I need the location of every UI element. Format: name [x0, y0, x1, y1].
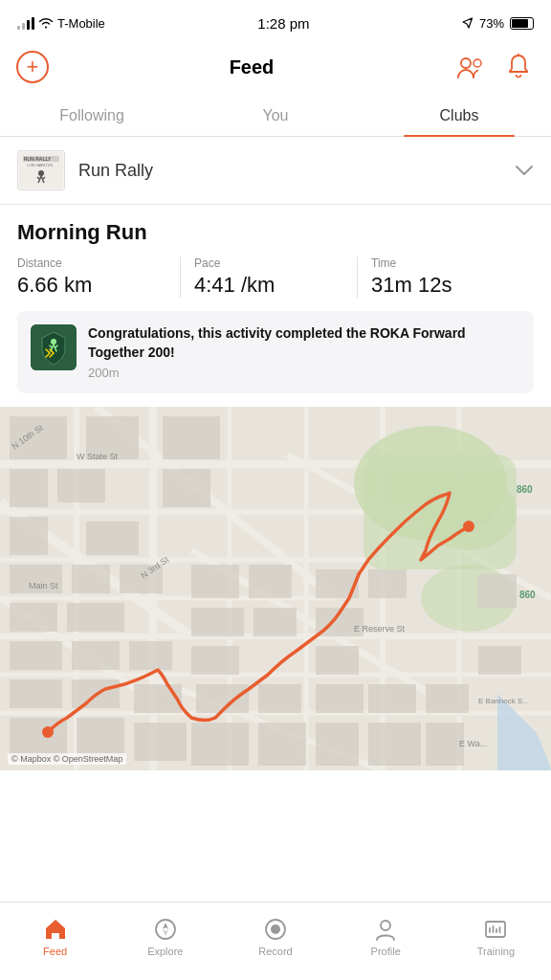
svg-rect-58: [191, 608, 244, 636]
activity-title: Morning Run: [17, 220, 534, 245]
svg-text:860: 860: [517, 484, 533, 495]
nav-training-label: Training: [477, 946, 515, 957]
svg-rect-44: [163, 416, 220, 459]
nav-feed-label: Feed: [43, 946, 67, 957]
congrats-text: Congratulations, this activity completed…: [88, 324, 520, 380]
svg-text:E Wa...: E Wa...: [459, 739, 487, 748]
map-container: N 10th St W State St Main St N 3rd St E …: [0, 407, 551, 770]
stat-time-value: 31m 12s: [371, 273, 520, 298]
svg-text:RUN RALLY: RUN RALLY: [24, 156, 52, 162]
bottom-nav: Feed Explore Record Profil: [0, 902, 551, 980]
svg-rect-78: [368, 723, 421, 766]
status-left: T-Mobile: [17, 16, 105, 31]
tab-clubs[interactable]: Clubs: [367, 94, 551, 136]
notifications-button[interactable]: [501, 50, 536, 84]
wifi-icon: [38, 17, 54, 29]
svg-text:LORI HAMILTON: LORI HAMILTON: [27, 164, 53, 167]
svg-rect-81: [478, 646, 521, 675]
svg-rect-45: [86, 522, 139, 555]
svg-rect-38: [364, 455, 517, 569]
svg-rect-49: [72, 565, 110, 593]
nav-item-explore[interactable]: Explore: [110, 916, 220, 957]
svg-rect-98: [486, 922, 505, 937]
stat-pace-value: 4:41 /km: [194, 273, 343, 298]
svg-rect-46: [10, 517, 48, 555]
club-row[interactable]: RUN RALLY LORI HAMILTON Run Rally: [0, 137, 551, 205]
svg-point-0: [461, 58, 471, 68]
congrats-main-text: Congratulations, this activity completed…: [88, 324, 520, 362]
tab-you[interactable]: You: [184, 94, 367, 136]
svg-rect-57: [249, 565, 292, 598]
add-button[interactable]: +: [15, 50, 50, 84]
svg-point-1: [474, 59, 481, 67]
svg-rect-47: [163, 469, 210, 507]
tab-bar: Following You Clubs: [0, 94, 551, 137]
svg-rect-80: [426, 723, 464, 766]
svg-rect-55: [129, 641, 172, 670]
route-end: [463, 521, 474, 532]
nav-item-feed[interactable]: Feed: [0, 916, 110, 957]
svg-rect-59: [253, 608, 297, 636]
svg-rect-79: [426, 684, 469, 713]
nav-item-training[interactable]: Training: [441, 916, 551, 957]
stat-time-label: Time: [371, 256, 520, 270]
svg-point-97: [381, 921, 390, 930]
svg-rect-61: [10, 679, 62, 708]
top-nav: + Feed: [0, 42, 551, 94]
svg-marker-94: [163, 929, 168, 936]
top-nav-icons: [453, 50, 536, 84]
carrier-label: T-Mobile: [57, 16, 105, 31]
svg-rect-74: [316, 646, 359, 675]
stat-distance-value: 6.66 km: [17, 273, 166, 298]
stat-distance: Distance 6.66 km: [17, 256, 181, 298]
svg-rect-42: [10, 469, 48, 507]
svg-rect-54: [72, 641, 120, 670]
stats-row: Distance 6.66 km Pace 4:41 /km Time 31m …: [17, 256, 534, 298]
signal-icon: [17, 16, 34, 30]
nav-explore-label: Explore: [147, 946, 183, 957]
congrats-badge: [31, 324, 77, 370]
nav-item-record[interactable]: Record: [220, 916, 330, 957]
club-name: Run Rally: [78, 161, 153, 181]
svg-rect-82: [478, 574, 517, 608]
nav-profile-label: Profile: [371, 946, 401, 957]
training-icon: [482, 916, 509, 943]
activity-section: Morning Run Distance 6.66 km Pace 4:41 /…: [0, 205, 551, 298]
svg-rect-56: [191, 565, 239, 598]
bell-icon: [506, 54, 531, 80]
svg-point-96: [271, 924, 280, 934]
nav-item-profile[interactable]: Profile: [331, 916, 441, 957]
svg-text:860: 860: [519, 590, 536, 600]
club-info: RUN RALLY LORI HAMILTON Run Rally: [17, 150, 153, 190]
svg-rect-72: [368, 569, 407, 598]
map-svg: N 10th St W State St Main St N 3rd St E …: [0, 407, 551, 770]
svg-text:E Bannock S...: E Bannock S...: [478, 697, 529, 705]
stat-pace: Pace 4:41 /km: [194, 256, 358, 298]
svg-rect-77: [368, 684, 416, 713]
club-logo: RUN RALLY LORI HAMILTON: [17, 150, 65, 190]
chevron-down-icon[interactable]: [515, 161, 534, 181]
svg-rect-53: [10, 641, 62, 670]
battery-icon: [510, 17, 534, 30]
svg-marker-93: [163, 923, 168, 929]
svg-rect-76: [316, 723, 359, 766]
svg-text:E Reserve St: E Reserve St: [354, 624, 406, 634]
groups-button[interactable]: [453, 50, 488, 84]
groups-icon: [456, 55, 485, 79]
congrats-banner: Congratulations, this activity completed…: [17, 311, 534, 393]
stat-time: Time 31m 12s: [371, 256, 534, 298]
stat-distance-label: Distance: [17, 256, 166, 270]
route-start: [42, 726, 54, 738]
battery-pct: 73%: [479, 16, 504, 31]
svg-rect-65: [134, 684, 182, 713]
page-title: Feed: [230, 56, 275, 78]
congrats-sub-text: 200m: [88, 366, 520, 380]
svg-rect-43: [57, 469, 105, 502]
svg-rect-51: [10, 603, 57, 632]
status-right: 73%: [462, 16, 534, 31]
svg-point-8: [38, 170, 44, 176]
location-icon: [462, 16, 474, 30]
svg-text:Main St: Main St: [29, 581, 58, 590]
tab-following[interactable]: Following: [0, 94, 184, 136]
map-credit: © Mapbox © OpenStreetMap: [8, 753, 126, 765]
